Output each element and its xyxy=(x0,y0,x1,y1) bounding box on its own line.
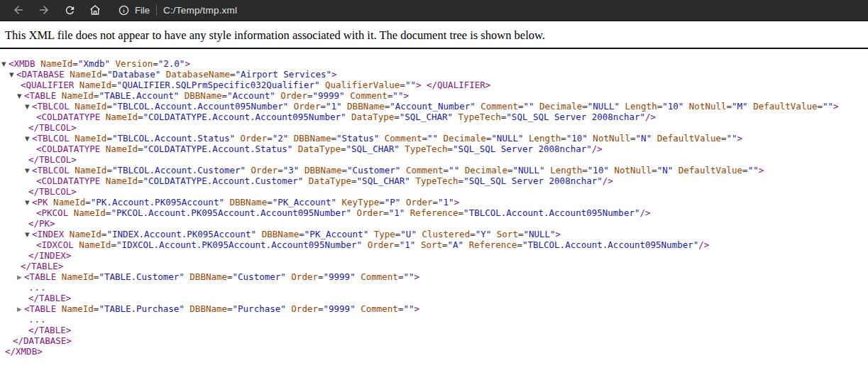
xml-token: Comment xyxy=(361,303,398,314)
xml-token: Type xyxy=(374,229,395,239)
xml-token xyxy=(303,176,309,186)
xml-token: "Account_Number" xyxy=(390,101,475,112)
xml-token: = xyxy=(444,165,449,176)
collapse-arrow-icon[interactable]: ▼ xyxy=(9,70,16,80)
xml-token: = xyxy=(383,207,389,218)
xml-token: </TABLE> xyxy=(28,293,71,303)
xml-document-tree: ▼<XMDB NameId="Xmdb" Version="2.0">▼<DAT… xyxy=(0,49,868,357)
xml-token: NameId xyxy=(53,197,85,207)
collapse-arrow-icon[interactable]: ▼ xyxy=(25,134,32,144)
xml-token: "N" xyxy=(657,165,674,176)
xml-token: /> xyxy=(645,112,656,122)
xml-token xyxy=(288,133,294,144)
xml-token xyxy=(160,69,166,80)
xml-token: <TBLCOL xyxy=(32,133,70,144)
back-button[interactable] xyxy=(6,0,31,20)
xml-line: </INDEX> xyxy=(0,250,868,261)
xml-token: Sort xyxy=(421,239,442,250)
xml-token: "1" xyxy=(438,197,454,207)
expand-arrow-icon[interactable]: ▶ xyxy=(17,272,24,283)
xml-token: = xyxy=(267,197,273,207)
xml-token: = xyxy=(433,197,439,207)
xml-token: <PKCOL xyxy=(36,207,68,218)
xml-token: "3" xyxy=(283,165,300,176)
xml-token: Sort xyxy=(497,229,518,239)
xml-token: Reference xyxy=(469,239,517,250)
xml-token: TypeTech xyxy=(458,112,501,122)
xml-token: DBBName xyxy=(185,90,222,101)
xml-token: <TBLCOL xyxy=(32,101,70,112)
xml-token: > xyxy=(414,303,419,314)
xml-token: > xyxy=(414,271,419,282)
xml-token xyxy=(400,197,406,207)
xml-token: "TABLE.Purchase" xyxy=(99,303,184,314)
xml-token: = xyxy=(727,101,732,112)
xml-token: Order xyxy=(241,133,268,144)
xml-token: = xyxy=(561,133,566,144)
xml-token: DBBName xyxy=(294,133,331,144)
xml-token: = xyxy=(342,165,348,176)
xml-token: = xyxy=(400,80,405,90)
xml-token: /> xyxy=(698,239,709,250)
xml-line: ... xyxy=(0,314,868,325)
xml-line: ... xyxy=(0,282,868,293)
xml-token: NameId xyxy=(79,239,111,250)
xml-token: "INDEX.Account.PK095Account" xyxy=(106,229,256,239)
xml-token: NameId xyxy=(106,144,138,154)
xml-token: = xyxy=(221,90,227,101)
xml-token: "NULL" xyxy=(523,229,555,239)
collapse-arrow-icon[interactable]: ▼ xyxy=(17,91,24,102)
xml-token: "Customer" xyxy=(347,165,400,176)
xml-token: </TABLE> xyxy=(21,261,63,271)
collapse-arrow-icon[interactable]: ▼ xyxy=(25,198,32,208)
xml-token: <PK xyxy=(32,197,48,207)
xml-token xyxy=(491,229,497,239)
xml-token: "Database" xyxy=(107,69,160,80)
xml-token: = xyxy=(582,101,588,112)
xml-token: > xyxy=(403,90,409,101)
page-info-icon[interactable] xyxy=(118,4,130,16)
xml-token: = xyxy=(227,303,233,314)
xml-token: </QUALIFIER> xyxy=(427,80,490,90)
xml-token xyxy=(362,239,368,250)
refresh-button[interactable] xyxy=(57,0,82,20)
expand-arrow-icon[interactable]: ▶ xyxy=(17,304,24,315)
xml-token: "P" xyxy=(385,197,401,207)
xml-token: = xyxy=(85,197,91,207)
xml-token xyxy=(368,229,374,239)
xml-line: ▼<XMDB NameId="Xmdb" Version="2.0"> xyxy=(0,58,868,69)
url-text[interactable]: C:/Temp/tmp.xml xyxy=(163,5,237,16)
address-bar[interactable]: File C:/Temp/tmp.xml xyxy=(118,0,868,20)
xml-token: "SQL_CHAR" xyxy=(346,144,400,154)
xml-token: Version xyxy=(116,58,153,69)
xml-token: = xyxy=(106,101,112,112)
xml-token: NotNull xyxy=(593,133,630,144)
xml-line: ▼<TBLCOL NameId="TBLCOL.Account.Account0… xyxy=(0,101,868,112)
xml-token: /> xyxy=(639,207,650,218)
forward-button[interactable] xyxy=(31,0,57,20)
collapse-arrow-icon[interactable]: ▼ xyxy=(25,102,32,112)
collapse-arrow-icon[interactable]: ▼ xyxy=(25,166,32,176)
collapse-arrow-icon[interactable]: ▼ xyxy=(25,230,32,240)
xml-token: <TABLE xyxy=(24,303,56,314)
xml-token: "" xyxy=(449,165,459,176)
xml-token: <QUALIFIER xyxy=(21,80,74,90)
xml-token: = xyxy=(153,58,158,69)
xml-token: "TABLE.Customer" xyxy=(99,271,184,282)
xml-token xyxy=(48,197,54,207)
xml-token xyxy=(179,90,185,101)
home-button[interactable] xyxy=(82,0,108,20)
collapse-arrow-icon[interactable]: ▼ xyxy=(1,59,9,70)
xml-token: Length xyxy=(550,165,582,176)
xml-token: </TBLCOL> xyxy=(28,154,77,165)
xml-token: = xyxy=(111,239,116,250)
xml-token: <TABLE xyxy=(24,271,56,282)
xml-token: "SQL_CHAR" xyxy=(400,112,453,122)
xml-token: Comment xyxy=(350,90,388,101)
browser-toolbar: File C:/Temp/tmp.xml xyxy=(0,0,868,21)
xml-token: "10" xyxy=(566,133,588,144)
xml-token: = xyxy=(442,239,448,250)
xml-token: KeyType xyxy=(342,197,380,207)
xml-token: > xyxy=(556,229,561,239)
xml-token xyxy=(342,101,348,112)
